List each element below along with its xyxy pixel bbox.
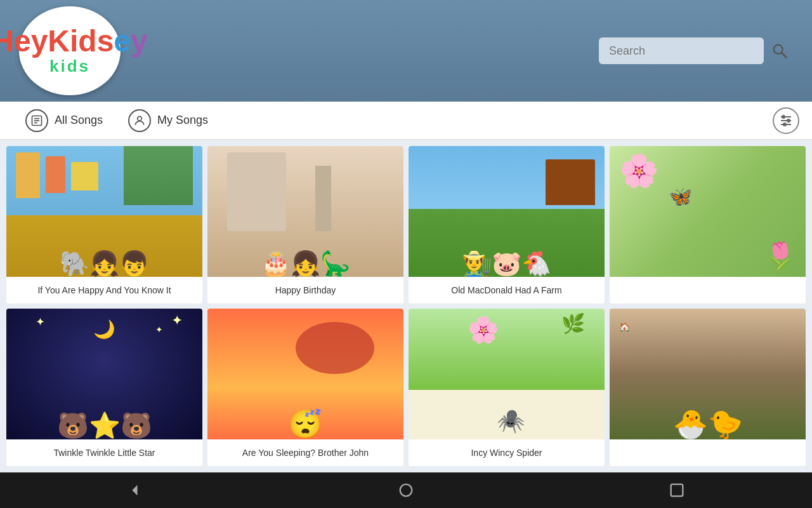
song-card-8[interactable]: 🏠 🐣🐤: [610, 309, 806, 466]
logo-y: y: [131, 24, 148, 58]
search-button[interactable]: [766, 37, 793, 64]
song-thumb-5: 🌙 ✦ ✦ ✦ 🐻⭐🐻: [6, 309, 202, 439]
song-card-1[interactable]: 🐘👧👦 If You Are Happy And You Know It: [6, 146, 202, 304]
song-title-2: Happy Birthday: [207, 277, 403, 304]
song-card-6[interactable]: 😴 Are You Sleeping? Brother John: [207, 309, 403, 466]
filter-icon: [778, 113, 794, 128]
song-thumb-6: 😴: [207, 309, 403, 439]
home-icon: [397, 481, 415, 499]
song-card-5[interactable]: 🌙 ✦ ✦ ✦ 🐻⭐🐻 Twinkle Twinkle Little Star: [6, 309, 202, 466]
all-songs-label: All Songs: [55, 114, 103, 127]
song-thumb-7: 🌸 🌿 🕷️: [409, 309, 605, 439]
svg-point-11: [787, 119, 790, 122]
recents-button[interactable]: [658, 478, 696, 503]
song-thumb-1: 🐘👧👦: [6, 146, 202, 277]
song-thumb-2: 🎂👧🦕: [207, 146, 403, 277]
svg-rect-15: [671, 485, 683, 497]
svg-line-1: [782, 53, 787, 58]
recents-icon: [668, 481, 686, 499]
logo-h: HeyKids: [0, 24, 114, 58]
filter-button[interactable]: [773, 107, 799, 134]
all-songs-icon: [25, 109, 48, 132]
my-songs-icon: [128, 109, 151, 132]
logo-e: e: [114, 24, 131, 58]
navigation-bar: All Songs My Songs: [0, 102, 812, 140]
song-card-3[interactable]: 👨‍🌾🐷🐔 Old MacDonald Had A Farm: [409, 146, 605, 304]
song-thumb-8: 🏠 🐣🐤: [610, 309, 806, 439]
song-title-7: Incy Wincy Spider: [409, 439, 605, 466]
song-thumb-4: 🌸 🌷 🦋: [610, 146, 806, 277]
song-title-6: Are You Sleeping? Brother John: [207, 439, 403, 466]
bottom-navigation: [0, 472, 812, 508]
back-button[interactable]: [116, 478, 154, 503]
song-card-4[interactable]: 🌸 🌷 🦋: [610, 146, 806, 304]
logo-kids: kids: [49, 57, 90, 76]
svg-point-12: [783, 123, 786, 126]
song-title-3: Old MacDonald Had A Farm: [409, 277, 605, 304]
my-songs-label: My Songs: [157, 114, 208, 127]
app-logo[interactable]: HeyKidsey kids: [19, 6, 121, 95]
song-title-8: [610, 439, 806, 466]
song-thumb-3: 👨‍🌾🐷🐔: [409, 146, 605, 277]
nav-all-songs[interactable]: All Songs: [13, 104, 115, 137]
song-card-7[interactable]: 🌸 🌿 🕷️ Incy Wincy Spider: [409, 309, 605, 466]
svg-point-6: [138, 116, 142, 121]
search-container: [599, 37, 793, 64]
svg-marker-13: [133, 485, 138, 495]
search-icon: [771, 42, 789, 60]
home-button[interactable]: [387, 478, 425, 503]
app-header: HeyKidsey kids: [0, 0, 812, 102]
song-title-4: [610, 277, 806, 304]
nav-my-songs[interactable]: My Songs: [115, 104, 221, 137]
song-title-5: Twinkle Twinkle Little Star: [6, 439, 202, 466]
search-input[interactable]: [599, 37, 764, 64]
songs-grid: 🐘👧👦 If You Are Happy And You Know It 🎂👧🦕…: [0, 140, 812, 472]
svg-point-10: [782, 116, 785, 118]
song-title-1: If You Are Happy And You Know It: [6, 277, 202, 304]
back-icon: [126, 481, 144, 499]
song-card-2[interactable]: 🎂👧🦕 Happy Birthday: [207, 146, 403, 304]
svg-point-14: [400, 485, 412, 497]
